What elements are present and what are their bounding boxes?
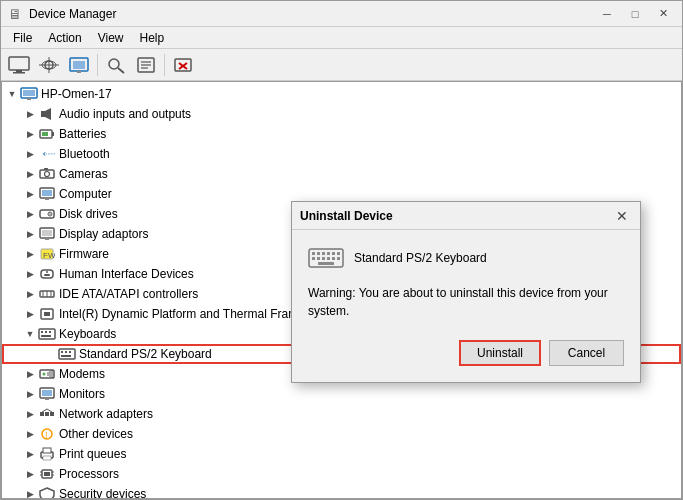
tree-item-network[interactable]: ▶ Network adapters xyxy=(2,404,681,424)
print-icon xyxy=(38,445,56,463)
minimize-button[interactable]: ─ xyxy=(594,4,620,24)
svg-rect-102 xyxy=(312,257,315,260)
monitor-icon xyxy=(38,385,56,403)
svg-rect-20 xyxy=(23,90,35,96)
svg-point-10 xyxy=(109,59,119,69)
hid-icon xyxy=(38,265,56,283)
tree-label-cameras: Cameras xyxy=(59,167,108,181)
uninstall-icon xyxy=(172,56,194,74)
svg-rect-97 xyxy=(317,252,320,255)
svg-text:!: ! xyxy=(45,430,48,440)
svg-rect-21 xyxy=(27,98,31,100)
tree-item-security[interactable]: ▶ Security devices xyxy=(2,484,681,499)
uninstall-dialog: Uninstall Device ✕ xyxy=(291,201,641,383)
toolbar-computer-btn[interactable] xyxy=(65,52,93,78)
tree-item-audio[interactable]: ▶ Audio inputs and outputs xyxy=(2,104,681,124)
toolbar-search-btn[interactable] xyxy=(102,52,130,78)
intel-expand-icon: ▶ xyxy=(22,306,38,322)
dialog-device-name: Standard PS/2 Keyboard xyxy=(354,251,487,265)
tree-label-modems: Modems xyxy=(59,367,105,381)
monitor-icon xyxy=(8,56,30,74)
svg-rect-50 xyxy=(44,312,50,316)
dialog-device-row: Standard PS/2 Keyboard xyxy=(308,246,624,270)
print-expand-icon: ▶ xyxy=(22,446,38,462)
maximize-button[interactable]: □ xyxy=(622,4,648,24)
other-expand-icon: ▶ xyxy=(22,426,38,442)
menu-file[interactable]: File xyxy=(5,29,40,47)
audio-icon xyxy=(38,105,56,123)
cancel-button[interactable]: Cancel xyxy=(549,340,624,366)
toolbar-separator-1 xyxy=(97,54,98,76)
tree-item-print[interactable]: ▶ Print queues xyxy=(2,444,681,464)
svg-rect-108 xyxy=(318,262,334,265)
toolbar-uninstall-btn[interactable] xyxy=(169,52,197,78)
ps2-keyboard-icon xyxy=(58,345,76,363)
tree-item-other[interactable]: ▶ ! Other devices xyxy=(2,424,681,444)
intel-icon xyxy=(38,305,56,323)
menu-view[interactable]: View xyxy=(90,29,132,47)
tree-item-cameras[interactable]: ▶ Cameras xyxy=(2,164,681,184)
tree-label-print: Print queues xyxy=(59,447,126,461)
svg-rect-107 xyxy=(337,257,340,260)
tree-label-processors: Processors xyxy=(59,467,119,481)
dialog-title: Uninstall Device xyxy=(300,209,612,223)
svg-text:FW: FW xyxy=(43,251,55,260)
keyboard-dialog-icon xyxy=(308,247,344,269)
content-area: ▼ HP-Omen-17 ▶ Audio inputs and outputs xyxy=(1,81,682,499)
svg-rect-103 xyxy=(317,257,320,260)
window-icon: 🖥 xyxy=(7,6,23,22)
tree-item-bluetooth[interactable]: ▶ ⬸ Bluetooth xyxy=(2,144,681,164)
menu-help[interactable]: Help xyxy=(132,29,173,47)
svg-rect-8 xyxy=(73,61,85,69)
processor-icon xyxy=(38,465,56,483)
batteries-expand-icon: ▶ xyxy=(22,126,38,142)
tree-label-ps2-keyboard: Standard PS/2 Keyboard xyxy=(79,347,212,361)
svg-point-36 xyxy=(49,213,51,215)
tree-label-intel: Intel(R) Dynamic Platform and Thermal Fr… xyxy=(59,307,330,321)
toolbar xyxy=(1,49,682,81)
svg-point-43 xyxy=(46,271,48,273)
svg-rect-101 xyxy=(337,252,340,255)
tree-label-bluetooth: Bluetooth xyxy=(59,147,110,161)
window-controls: ─ □ ✕ xyxy=(594,4,676,24)
bluetooth-expand-icon: ▶ xyxy=(22,146,38,162)
dialog-body: Standard PS/2 Keyboard Warning: You are … xyxy=(292,230,640,382)
toolbar-monitor-btn[interactable] xyxy=(5,52,33,78)
svg-rect-57 xyxy=(61,351,63,353)
tree-label-audio: Audio inputs and outputs xyxy=(59,107,191,121)
properties-icon xyxy=(135,56,157,74)
ps2-expand-icon xyxy=(42,346,58,362)
svg-point-62 xyxy=(43,373,46,376)
search-icon xyxy=(105,56,127,74)
close-button[interactable]: ✕ xyxy=(650,4,676,24)
tree-item-batteries[interactable]: ▶ Batteries xyxy=(2,124,681,144)
computer-expand-icon: ▶ xyxy=(22,186,38,202)
tree-root[interactable]: ▼ HP-Omen-17 xyxy=(2,84,681,104)
svg-rect-68 xyxy=(45,398,49,400)
tree-label-network: Network adapters xyxy=(59,407,153,421)
svg-text:⬸: ⬸ xyxy=(42,147,55,161)
computer-icon xyxy=(38,185,56,203)
svg-rect-55 xyxy=(41,335,51,337)
menu-action[interactable]: Action xyxy=(40,29,89,47)
svg-rect-60 xyxy=(61,355,71,357)
svg-line-73 xyxy=(47,409,52,412)
svg-rect-30 xyxy=(44,168,48,170)
toolbar-properties-btn[interactable] xyxy=(132,52,160,78)
svg-rect-96 xyxy=(312,252,315,255)
svg-rect-59 xyxy=(69,351,71,353)
computer-icon xyxy=(68,56,90,74)
tree-label-batteries: Batteries xyxy=(59,127,106,141)
tree-item-monitors[interactable]: ▶ Monitors xyxy=(2,384,681,404)
svg-rect-9 xyxy=(77,71,81,73)
tree-item-processors[interactable]: ▶ Processors xyxy=(2,464,681,484)
toolbar-network-btn[interactable] xyxy=(35,52,63,78)
keyboards-icon xyxy=(38,325,56,343)
svg-marker-23 xyxy=(45,108,51,120)
audio-expand-icon: ▶ xyxy=(22,106,38,122)
svg-rect-80 xyxy=(44,472,50,476)
camera-icon xyxy=(38,165,56,183)
dialog-close-button[interactable]: ✕ xyxy=(612,206,632,226)
uninstall-button[interactable]: Uninstall xyxy=(459,340,541,366)
keyboards-expand-icon: ▼ xyxy=(22,326,38,342)
